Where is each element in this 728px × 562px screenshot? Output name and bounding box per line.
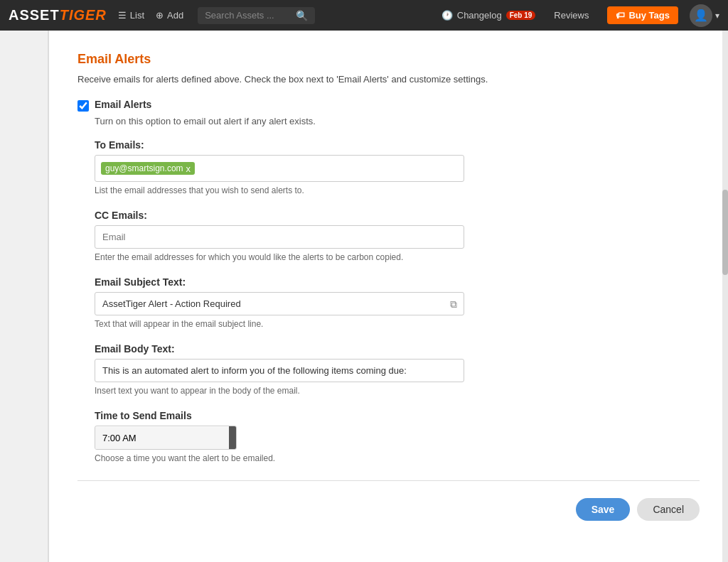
section-description: Receive emails for alerts defined above.… — [77, 74, 700, 85]
search-icon: 🔍 — [296, 10, 308, 21]
email-tag-close[interactable]: x — [186, 164, 191, 173]
divider — [77, 480, 700, 481]
list-icon: ☰ — [118, 10, 127, 21]
search-container: 🔍 — [198, 7, 315, 24]
save-button[interactable]: Save — [576, 498, 631, 521]
copy-icon: ⧉ — [450, 298, 457, 310]
footer-buttons: Save Cancel — [77, 492, 700, 521]
cc-emails-group: CC Emails: Enter the email addresses for… — [95, 210, 700, 262]
user-dropdown-arrow: ▾ — [715, 11, 719, 21]
email-tag: guy@smartsign.com x — [101, 162, 195, 175]
time-group: Time to Send Emails 🕐 Choose a time you … — [95, 410, 700, 463]
time-input[interactable] — [95, 427, 229, 449]
body-label: Email Body Text: — [95, 343, 700, 355]
cc-emails-label: CC Emails: — [95, 210, 700, 221]
sidebar — [0, 31, 48, 562]
email-alerts-checkbox[interactable] — [77, 100, 89, 112]
to-emails-group: To Emails: guy@smartsign.com x List the … — [95, 139, 700, 195]
clock-icon: 🕐 — [236, 432, 237, 443]
time-input-container: 🕐 — [95, 426, 237, 450]
reviews-button[interactable]: Reviews — [547, 7, 596, 23]
tag-icon: 🏷 — [616, 10, 625, 21]
body-group: Email Body Text: Insert text you want to… — [95, 343, 700, 396]
logo-tiger: TIGER — [60, 7, 107, 23]
time-hint: Choose a time you want the alert to be e… — [95, 453, 700, 463]
nav-list[interactable]: ☰ List — [118, 10, 144, 21]
scrollbar-thumb[interactable] — [722, 190, 728, 275]
changelog-button[interactable]: 🕐 Changelog Feb 19 — [441, 10, 536, 21]
changelog-badge: Feb 19 — [506, 11, 536, 20]
user-menu[interactable]: 👤 ▾ — [690, 4, 719, 27]
email-alerts-sublabel: Turn on this option to email out alert i… — [95, 116, 700, 126]
scrollbar-track[interactable] — [722, 31, 728, 562]
time-label: Time to Send Emails — [95, 410, 700, 421]
body-hint: Insert text you want to appear in the bo… — [95, 386, 700, 396]
time-clock-button[interactable]: 🕐 — [229, 426, 237, 449]
body-input[interactable] — [95, 359, 464, 382]
logo-asset: ASSET — [9, 7, 60, 23]
search-input[interactable] — [205, 10, 296, 21]
email-alerts-option: Email Alerts — [77, 99, 700, 112]
to-emails-label: To Emails: — [95, 139, 700, 151]
buy-tags-button[interactable]: 🏷 Buy Tags — [607, 6, 678, 24]
content-area: Email Alerts Receive emails for alerts d… — [48, 31, 728, 562]
to-emails-hint: List the email addresses that you wish t… — [95, 185, 700, 195]
main-wrapper: Email Alerts Receive emails for alerts d… — [0, 31, 728, 562]
subject-group: Email Subject Text: ⧉ Text that will app… — [95, 276, 700, 329]
subject-label: Email Subject Text: — [95, 276, 700, 288]
cc-emails-hint: Enter the email addresses for which you … — [95, 252, 700, 262]
add-icon: ⊕ — [156, 10, 164, 21]
subject-input[interactable] — [95, 292, 464, 315]
avatar: 👤 — [690, 4, 712, 27]
cc-emails-input[interactable] — [95, 225, 464, 249]
navbar: ASSET TIGER ☰ List ⊕ Add 🔍 🕐 Changelog F… — [0, 0, 728, 31]
logo: ASSET TIGER — [9, 7, 107, 23]
nav-add[interactable]: ⊕ Add — [156, 10, 183, 21]
cancel-button[interactable]: Cancel — [637, 498, 700, 521]
clock-icon: 🕐 — [441, 10, 453, 21]
subject-hint: Text that will appear in the email subje… — [95, 319, 700, 329]
section-title: Email Alerts — [77, 52, 700, 67]
subject-input-wrapper: ⧉ — [95, 292, 464, 315]
email-alerts-label: Email Alerts — [95, 99, 151, 110]
to-emails-input[interactable]: guy@smartsign.com x — [95, 155, 464, 182]
